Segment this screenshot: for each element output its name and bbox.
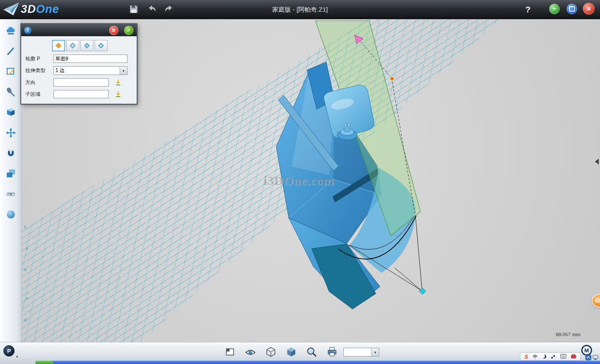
profile-field-row: 轮廓 P (25, 55, 133, 63)
grid-tick-label: 8 (26, 297, 28, 301)
material-render-button[interactable] (3, 208, 18, 221)
dialog-cancel-button[interactable]: ✕ (109, 26, 118, 35)
dialog-confirm-button[interactable]: ✓ (124, 26, 133, 35)
grid-tick-label: 8 (24, 225, 26, 229)
combine-edit-button[interactable] (3, 167, 18, 180)
close-button[interactable]: ✕ (583, 3, 595, 15)
left-toolbar (0, 19, 22, 342)
grid-tick-label: 8 (24, 268, 26, 272)
extrude-type-label: 拉伸类型 (25, 67, 53, 74)
windows-taskbar[interactable] (35, 361, 600, 364)
sketch-rect-icon (5, 66, 17, 77)
extrude-type-row: 拉伸类型 1 边 ▾ (25, 66, 133, 75)
dimension-label: 88.067 mm (556, 331, 580, 338)
minimize-button[interactable]: – (549, 4, 560, 14)
align-plane-button[interactable] (224, 346, 236, 358)
extrude-base-button[interactable] (52, 40, 65, 51)
printer-icon (326, 346, 338, 358)
save-button[interactable] (128, 3, 140, 16)
panel-collapse-arrow[interactable] (595, 159, 599, 165)
subtract-diamond-icon (83, 42, 90, 49)
view-scale-select[interactable]: ▾ (343, 348, 379, 357)
print-button[interactable] (326, 346, 338, 358)
chevron-down-icon[interactable]: ▾ (120, 67, 127, 75)
keyboard-icon (560, 354, 566, 359)
tray-display-icon[interactable] (592, 355, 598, 360)
ime-toolbar: S 中 (520, 352, 581, 361)
ime-mode-moon-icon[interactable] (542, 354, 546, 359)
pick-arrow-icon (115, 79, 122, 86)
subregion-field-row: 子区域 (25, 90, 133, 98)
titlebar: 3DOne 家庭版 - [阿帕奇.Z1] ? – ✕ (0, 0, 600, 19)
profile-label: 轮廓 P (25, 55, 53, 62)
pick-arrow-icon (115, 90, 122, 97)
solid-primitive-button[interactable] (3, 106, 18, 119)
subregion-pick-button[interactable] (114, 90, 122, 98)
watermark: i3DOne.com (264, 174, 334, 188)
snap-magnet-button[interactable] (3, 147, 18, 160)
p-button[interactable]: P (3, 345, 15, 357)
p-dropdown-caret[interactable]: ▾ (16, 355, 18, 359)
brand-3d: 3D (21, 3, 36, 15)
redo-icon (164, 4, 175, 15)
system-tray (585, 355, 598, 360)
base-diamond-icon (55, 42, 62, 49)
ime-logo-button[interactable]: S (525, 354, 528, 359)
app-logo: 3DOne (2, 1, 59, 17)
direction-input[interactable] (53, 78, 109, 87)
m-button[interactable]: M (581, 345, 592, 356)
redo-button[interactable] (163, 3, 175, 16)
direction-pick-button[interactable] (114, 79, 122, 86)
restore-button[interactable] (567, 4, 577, 14)
brand-text: 3DOne (21, 3, 59, 16)
ime-toolbox-button[interactable] (571, 353, 576, 360)
undo-icon (146, 4, 157, 15)
extrude-type-select[interactable]: 1 边 ▾ (53, 66, 128, 75)
grid-tick-label: 8 (24, 318, 26, 322)
surface-tool-button[interactable] (3, 86, 18, 98)
toolbox-icon (571, 354, 576, 359)
cube-icon (5, 107, 17, 118)
ime-punctuation-icon[interactable] (551, 354, 555, 359)
shaded-display-button[interactable] (285, 346, 297, 358)
chevron-down-icon[interactable]: ▾ (371, 348, 379, 356)
minimize-icon: – (552, 5, 556, 12)
save-icon (128, 4, 139, 15)
extrude-intersect-button[interactable] (95, 40, 108, 51)
ruler-level-icon (5, 189, 17, 199)
ime-keyboard-button[interactable] (560, 353, 566, 360)
measure-button[interactable] (3, 188, 18, 200)
stacked-solids-icon (5, 168, 17, 179)
boolean-option-row (52, 40, 133, 51)
wireframe-display-button[interactable] (265, 346, 277, 358)
subregion-input[interactable] (53, 90, 109, 98)
brush-icon (5, 46, 17, 57)
wireframe-cube-icon (265, 346, 277, 358)
view-scale-value (344, 348, 371, 356)
grid-tick-label: 8 (26, 247, 28, 251)
direction-label: 方向 (25, 79, 53, 86)
extrude-type-value: 1 边 (54, 67, 120, 75)
profile-anchor-point[interactable] (390, 77, 395, 81)
extrude-subtract-button[interactable] (80, 40, 93, 51)
extrude-dialog: i ✕ ✓ (21, 24, 137, 104)
model-library-button[interactable] (3, 25, 18, 37)
basic-edit-button[interactable] (3, 127, 18, 139)
datum-plane-icon (224, 346, 236, 358)
tray-language-icon[interactable] (585, 355, 591, 360)
help-button[interactable]: ? (522, 0, 533, 19)
ime-lang-button[interactable]: 中 (533, 354, 538, 359)
extrude-dialog-header[interactable]: i ✕ ✓ (21, 24, 137, 36)
extrude-add-button[interactable] (66, 40, 79, 51)
extrude-target-handle[interactable] (419, 288, 426, 294)
start-button[interactable] (35, 361, 54, 364)
visibility-button[interactable] (245, 346, 256, 358)
undo-button[interactable] (145, 3, 158, 16)
shaded-cube-icon (285, 346, 297, 358)
profile-input[interactable] (53, 55, 128, 63)
info-icon[interactable]: i (24, 27, 32, 34)
sketch-edit-button[interactable] (3, 65, 18, 78)
magnet-icon (5, 148, 17, 159)
zoom-button[interactable] (306, 346, 318, 358)
sketch-draw-button[interactable] (3, 45, 18, 57)
